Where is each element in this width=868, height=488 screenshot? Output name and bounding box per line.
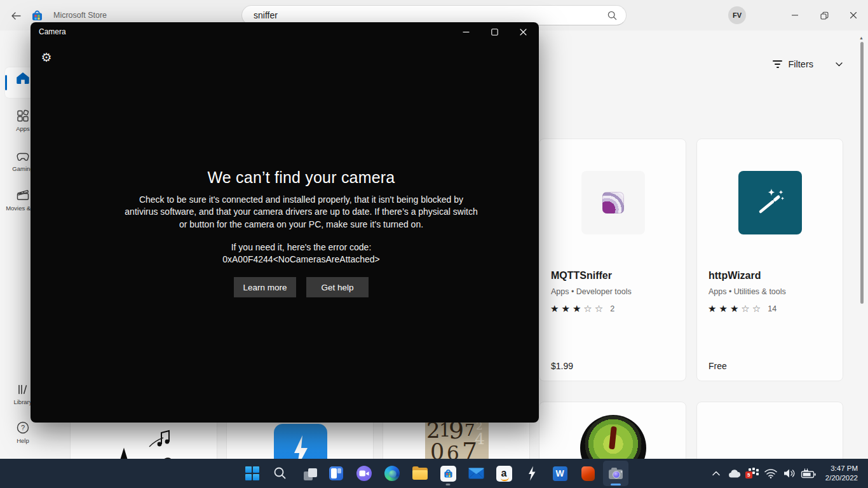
scrollbar-up-arrow[interactable]: ▲ <box>859 36 864 40</box>
close-icon <box>850 11 857 19</box>
task-view-icon-front <box>308 468 317 477</box>
taskbar-clock[interactable]: 3:47 PM 2/20/2022 <box>820 464 862 483</box>
camera-error-body: Check to be sure it's connected and inst… <box>123 194 479 231</box>
cloud-icon <box>727 469 742 478</box>
magic-wand-icon <box>752 185 788 220</box>
lightning-app-button[interactable] <box>519 461 545 486</box>
camera-window-controls <box>452 22 538 41</box>
task-view-button[interactable] <box>295 461 321 486</box>
wifi-tray-icon[interactable] <box>763 463 779 484</box>
windows-logo-icon <box>245 466 259 480</box>
camera-app-icon <box>608 467 623 480</box>
store-taskbar-button[interactable] <box>435 461 461 486</box>
amazon-button[interactable]: a <box>491 461 517 486</box>
store-restore-button[interactable] <box>810 0 839 30</box>
app-category: Apps • Developer tools <box>551 287 632 296</box>
widgets-button[interactable] <box>323 461 349 486</box>
filters-dropdown[interactable]: Filters <box>773 59 843 69</box>
app-tile <box>738 171 802 234</box>
camera-maximize-button[interactable] <box>480 22 509 41</box>
store-icon <box>440 466 456 482</box>
scrollbar[interactable] <box>860 42 864 304</box>
app-tile <box>581 171 645 234</box>
wifi-icon <box>764 468 778 478</box>
camera-minimize-button[interactable] <box>452 22 480 41</box>
taskbar-search-button[interactable] <box>268 461 293 486</box>
chevron-up-icon <box>712 470 721 477</box>
folder-icon <box>412 468 428 480</box>
office-button[interactable] <box>575 461 600 486</box>
app-card-mqttsniffer[interactable]: MQTTSniffer Apps • Developer tools ★★★☆☆… <box>539 139 686 381</box>
app-price: Free <box>709 361 727 371</box>
restore-icon <box>820 11 829 20</box>
notification-badge: 5 <box>745 471 752 478</box>
battery-tray-icon[interactable] <box>799 463 818 484</box>
app-card-httpwizard[interactable]: httpWizard Apps • Utilities & tools ★★★☆… <box>696 139 843 381</box>
camera-window: Camera ⚙ We can’t find your camera Check… <box>31 22 539 423</box>
camera-error-code: 0xA00F4244<NoCamerasAreAttached> <box>123 254 479 266</box>
camera-taskbar-button[interactable] <box>603 461 628 486</box>
app-price: $1.99 <box>551 361 573 371</box>
mail-button[interactable] <box>463 461 489 486</box>
svg-text:?: ? <box>21 424 25 431</box>
amazon-icon: a <box>496 466 512 482</box>
search-icon <box>273 466 288 481</box>
star-rating: ★★★☆☆14 <box>708 303 776 315</box>
volume-tray-icon[interactable] <box>782 463 797 484</box>
maximize-icon <box>492 29 498 34</box>
sidebar-item-help[interactable]: ? Help <box>0 420 46 444</box>
chat-button[interactable] <box>351 461 377 486</box>
notification-tray-icon[interactable]: 5 <box>746 463 760 484</box>
store-title: Microsoft Store <box>53 11 107 20</box>
camera-close-button[interactable] <box>509 22 538 41</box>
avatar-initials: FV <box>733 11 742 19</box>
clock-time: 3:47 PM <box>831 464 858 473</box>
office-icon <box>581 466 595 481</box>
file-explorer-button[interactable] <box>407 461 433 486</box>
camera-settings-gear-icon[interactable]: ⚙ <box>39 50 53 64</box>
mail-icon <box>468 468 484 479</box>
rating-count: 14 <box>768 304 776 313</box>
learn-more-button[interactable]: Learn more <box>234 277 296 297</box>
widgets-icon <box>329 466 343 480</box>
app-title: httpWizard <box>709 270 761 281</box>
help-label: Help <box>0 437 46 444</box>
onedrive-tray-icon[interactable] <box>726 463 743 484</box>
rating-count: 2 <box>610 304 614 313</box>
mqtt-purple-swirl-icon <box>602 192 624 214</box>
tray-overflow-chevron[interactable] <box>709 463 723 484</box>
store-minimize-button[interactable] <box>780 0 810 30</box>
speaker-icon <box>783 468 796 478</box>
clock-date: 2/20/2022 <box>825 473 858 483</box>
running-indicator <box>446 484 451 485</box>
lightning-bolt-icon <box>527 466 537 481</box>
taskbar: a W 5 <box>0 459 868 488</box>
app-category: Apps • Utilities & tools <box>709 287 786 296</box>
app-title: MQTTSniffer <box>551 270 612 281</box>
back-button[interactable] <box>8 8 24 24</box>
word-icon: W <box>553 466 567 481</box>
system-tray: 5 <box>709 459 862 488</box>
filter-icon <box>773 60 783 68</box>
word-button[interactable]: W <box>547 461 573 486</box>
search-icon[interactable] <box>607 11 617 20</box>
active-running-indicator <box>611 484 621 485</box>
search-input[interactable] <box>242 10 607 20</box>
stars: ★★★☆☆ <box>550 303 606 315</box>
camera-error-intro: If you need it, here's the error code: <box>123 241 479 254</box>
chat-video-icon <box>356 466 372 481</box>
store-logo-icon <box>31 9 44 22</box>
account-avatar[interactable]: FV <box>728 6 746 24</box>
get-help-button[interactable]: Get help <box>306 277 369 297</box>
stars: ★★★☆☆ <box>708 303 763 315</box>
camera-window-title: Camera <box>39 27 66 36</box>
camera-error-heading: We can’t find your camera <box>123 167 479 187</box>
start-button[interactable] <box>240 461 265 486</box>
app-dots-icon: 5 <box>747 468 759 479</box>
store-close-button[interactable] <box>839 0 868 30</box>
edge-icon <box>384 466 400 481</box>
battery-charging-icon <box>801 468 817 479</box>
back-arrow-icon <box>12 13 20 19</box>
edge-button[interactable] <box>379 461 405 486</box>
close-icon <box>520 29 526 35</box>
